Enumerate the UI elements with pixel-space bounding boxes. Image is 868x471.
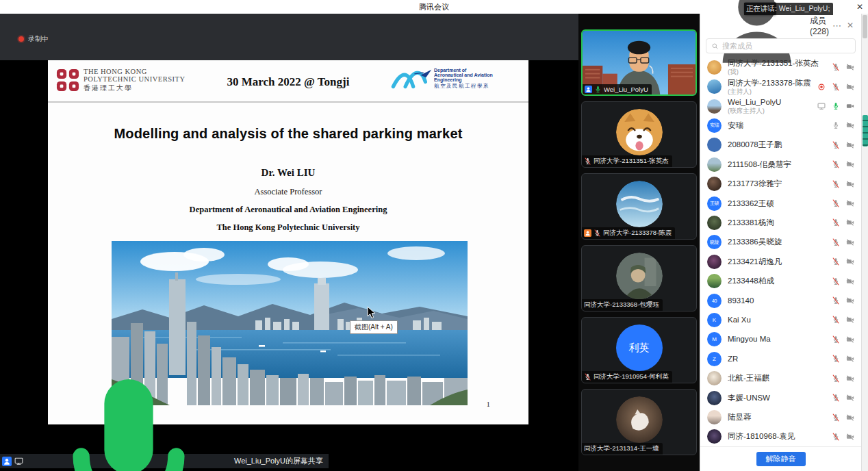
- member-name: 2111508-佀桑慧宇: [728, 160, 828, 169]
- member-name: 同济-1810968-袁见: [728, 432, 828, 441]
- video-thumbnail[interactable]: 利英 同济大学-1910954-何利英: [581, 317, 697, 383]
- mic-idle-icon: [832, 121, 840, 129]
- video-thumbnail[interactable]: 同济大学-2131351-张英杰: [581, 101, 697, 168]
- member-status-icons: [817, 102, 854, 110]
- member-status-icons: [832, 238, 854, 246]
- member-row[interactable]: K Kai Xu: [700, 310, 861, 329]
- member-avatar: Z: [707, 352, 722, 366]
- unmute-button[interactable]: 解除静音: [756, 452, 806, 466]
- video-thumbnail[interactable]: 同济大学-2133368-包璎珏: [581, 245, 697, 311]
- share-pill-label: Wei_Liu_PolyU的屏幕共享: [234, 456, 323, 466]
- member-status-icons: [832, 394, 854, 402]
- member-row[interactable]: Wei_Liu_PolyU (联席主持人): [700, 97, 861, 116]
- member-avatar: [707, 216, 722, 230]
- meeting-window: 腾讯会议 ✕ 正在讲话: Wei_Liu_PolyU; 录制中: [0, 0, 868, 471]
- participant-avatar: [616, 253, 663, 299]
- recording-icon: [817, 83, 826, 91]
- mic-on-icon: [832, 102, 840, 110]
- member-status-icons: [832, 355, 854, 363]
- cam-off-icon: [846, 121, 854, 129]
- member-name: 李媛-UNSW: [728, 394, 828, 403]
- member-row[interactable]: 同济大学-2133378-陈震 (主持人): [700, 77, 861, 96]
- member-row[interactable]: 晓旋 2133386吴晓旋: [700, 233, 861, 252]
- member-row[interactable]: 2133448柏成: [700, 271, 861, 290]
- mic-muted-icon: [832, 83, 840, 91]
- video-thumbnail[interactable]: 同济大学-2131314-王一瑭: [581, 389, 697, 455]
- video-thumbnail[interactable]: 同济大学-2133378-陈震: [581, 173, 697, 240]
- thumbnail-label: 同济大学-2131351-张英杰: [582, 155, 672, 167]
- cam-off-icon: [846, 238, 854, 246]
- participant-avatar: [616, 181, 663, 227]
- cam-off-icon: [846, 374, 854, 383]
- mic-muted-light-icon: [584, 373, 591, 381]
- member-name: Wei_Liu_PolyU: [728, 98, 813, 107]
- window-scrollbar[interactable]: [861, 14, 868, 471]
- member-avatar: [707, 79, 722, 94]
- members-close-button[interactable]: ✕: [845, 21, 856, 30]
- member-status-icons: [832, 335, 854, 344]
- member-row[interactable]: 2080078王子鹏: [700, 136, 861, 155]
- member-name: 陆昱蓉: [728, 413, 828, 422]
- member-row[interactable]: 2111508-佀桑慧宇: [700, 155, 861, 174]
- member-search-input[interactable]: [722, 42, 850, 50]
- recording-dot-icon: [18, 36, 24, 42]
- cam-on-icon: [846, 102, 854, 110]
- member-name: 安瑞: [728, 121, 828, 130]
- mic-muted-icon: [832, 238, 840, 246]
- participant-name: 同济大学-2131314-王一瑭: [584, 444, 659, 453]
- screen-share-pill[interactable]: Wei_Liu_PolyU的屏幕共享: [0, 454, 329, 468]
- video-thumbnail-column: Wei_Liu_PolyU 同济大学-2131351-张英杰 同济大学-2133…: [578, 14, 700, 471]
- member-row[interactable]: M Mingyou Ma: [700, 330, 861, 349]
- member-status-icons: [832, 316, 854, 324]
- member-name: 2133386吴晓旋: [728, 238, 828, 246]
- member-status-icons: [832, 257, 854, 266]
- member-blue-icon: [585, 86, 592, 93]
- mic-muted-icon: [832, 257, 840, 266]
- member-search-box[interactable]: [706, 38, 856, 53]
- speaker-name: Dr. Wei LIU: [48, 167, 528, 179]
- participant-avatar: [616, 396, 663, 443]
- scrollbar-thumb[interactable]: [863, 15, 867, 38]
- member-status-icons: [832, 141, 854, 149]
- cam-off-icon: [846, 296, 854, 305]
- member-status-icons: [832, 218, 854, 227]
- edge-floating-widget[interactable]: [863, 115, 868, 147]
- member-row[interactable]: 同济-1810968-袁见: [700, 427, 861, 446]
- member-row[interactable]: 陆昱蓉: [700, 407, 861, 427]
- video-thumbnail[interactable]: Wei_Liu_PolyU: [581, 29, 697, 96]
- member-row[interactable]: 李媛-UNSW: [700, 388, 861, 407]
- member-row[interactable]: 同济大学-2131351-张英杰 (我): [700, 58, 861, 77]
- member-row[interactable]: 王硕 2133362王硕: [700, 194, 861, 213]
- member-row[interactable]: 安瑞 安瑞: [700, 116, 861, 135]
- member-avatar: [707, 429, 722, 444]
- member-avatar: K: [707, 313, 722, 327]
- member-role-label: (联席主持人): [728, 107, 813, 114]
- member-row[interactable]: 2131773徐雅宁: [700, 174, 861, 193]
- member-row[interactable]: 2133381杨洵: [700, 213, 861, 232]
- member-avatar: [707, 60, 722, 75]
- members-more-button[interactable]: ⋯: [829, 21, 845, 31]
- member-row[interactable]: 北航-王福麒: [700, 369, 861, 388]
- screen-share-icon: [14, 457, 23, 466]
- mic-muted-icon: [832, 296, 840, 305]
- cam-off-icon: [846, 355, 854, 363]
- member-orange-icon: [584, 229, 591, 237]
- share-topbar: 录制中: [0, 14, 578, 60]
- member-row[interactable]: 2133421胡逸凡: [700, 252, 861, 271]
- member-row[interactable]: Z ZR: [700, 349, 861, 368]
- speaking-toast: 正在讲话: Wei_Liu_PolyU;: [744, 2, 776, 15]
- speaker-dept: Department of Aeronautical and Aviation …: [48, 205, 528, 215]
- member-row[interactable]: 40 893140: [700, 291, 861, 310]
- member-name: Mingyou Ma: [728, 335, 828, 344]
- cam-off-icon: [846, 218, 854, 227]
- member-status-icons: [832, 413, 854, 422]
- mic-muted-icon: [832, 374, 840, 383]
- member-status-icons: [817, 83, 854, 91]
- member-name: 2133362王硕: [728, 199, 828, 208]
- recording-indicator: 录制中: [18, 34, 49, 44]
- members-panel: 成员(228) ⋯ ✕ 同济大学-2131351-张英杰 (我) 同济大学-21…: [700, 14, 861, 471]
- window-close-button[interactable]: ✕: [854, 1, 865, 12]
- members-title: 成员(228): [810, 15, 829, 36]
- member-avatar: [707, 274, 722, 288]
- cam-off-icon: [846, 180, 854, 188]
